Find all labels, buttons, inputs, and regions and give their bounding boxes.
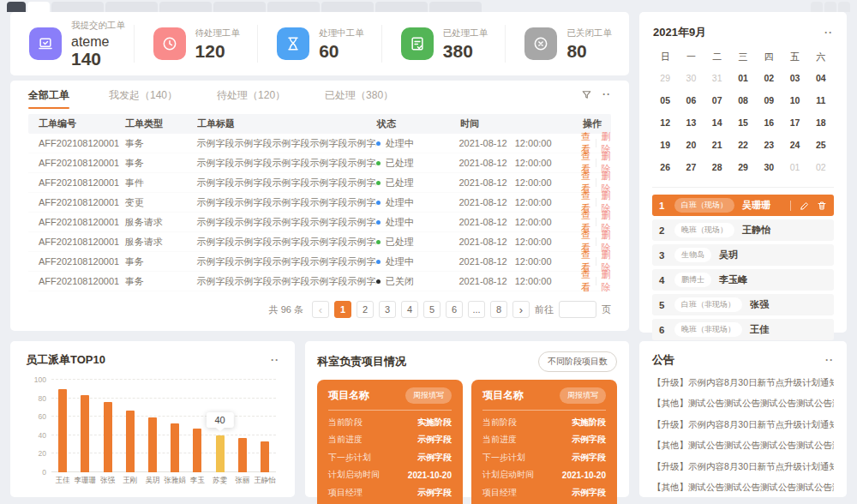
calendar-day[interactable]: 21 今天: [704, 134, 730, 156]
calendar-day[interactable]: 07 今天: [704, 89, 730, 111]
calendar-day[interactable]: 27 今天: [678, 156, 704, 178]
workorder-tab[interactable]: 我发起（140）: [109, 81, 177, 111]
top-tab[interactable]: [159, 2, 212, 12]
chevron-right-icon[interactable]: [512, 301, 530, 318]
page-button[interactable]: 5: [423, 301, 440, 318]
table-row[interactable]: AFF202108120001 事务 示例字段示例字段示例字段示例字段示例字段 …: [28, 272, 611, 291]
chart-bar[interactable]: [58, 389, 67, 472]
top-tab[interactable]: [321, 2, 374, 12]
table-row[interactable]: AFF202108120001 服务请求 示例字段示例字段示例字段示例字段示例字…: [28, 213, 611, 232]
weekly-report-button[interactable]: 周报填写: [560, 387, 606, 404]
schedule-item[interactable]: 3 生物岛 吴玥: [652, 244, 834, 266]
calendar-day[interactable]: 19 今天: [652, 134, 678, 156]
chart-bar[interactable]: [171, 423, 179, 472]
calendar-day[interactable]: 03 今天: [782, 67, 807, 89]
page-button[interactable]: 2: [357, 301, 374, 318]
notice-item[interactable]: 【其他】测试公告测试公告测试公告测试公告测试公告: [652, 440, 834, 452]
notice-item[interactable]: 【其他】测试公告测试公告测试公告测试公告测试公告: [652, 398, 834, 410]
chart-bar[interactable]: [238, 438, 247, 472]
calendar-day[interactable]: 23 今天: [756, 134, 782, 156]
page-button[interactable]: 6: [446, 301, 463, 318]
more-icon[interactable]: [602, 88, 611, 100]
table-row[interactable]: AFF202108120001 事务 示例字段示例字段示例字段示例字段示例字段 …: [28, 134, 611, 153]
calendar-day[interactable]: 04 今天: [808, 67, 834, 89]
notice-item[interactable]: 【升级】示例内容8月30日新节点升级计划通知: [652, 377, 834, 389]
top-tab[interactable]: [267, 2, 320, 12]
calendar-day[interactable]: 08 今天: [730, 89, 756, 111]
top-tab[interactable]: [213, 2, 266, 12]
calendar-day[interactable]: 10 今天: [782, 89, 807, 111]
weekly-report-button[interactable]: 周报填写: [405, 387, 452, 404]
top-tab[interactable]: [51, 2, 104, 12]
project-card[interactable]: 项目名称 周报填写 当前阶段 实施阶段 当前进度 示例字段 下一步计划 示例字段: [317, 380, 463, 504]
table-row[interactable]: AFF202108120001 服务请求 示例字段示例字段示例字段示例字段示例字…: [28, 232, 611, 252]
calendar-day[interactable]: 17 今天: [782, 111, 807, 134]
top-tab[interactable]: [105, 2, 158, 12]
top-tab[interactable]: [375, 2, 428, 12]
workorder-tab[interactable]: 待处理（120）: [217, 81, 285, 111]
page-button[interactable]: 1: [334, 301, 351, 318]
calendar-day[interactable]: 24 今天: [782, 134, 807, 156]
chart-bar[interactable]: [261, 441, 269, 472]
calendar-day[interactable]: 14 今天: [704, 111, 730, 134]
chart-bar[interactable]: [126, 411, 135, 472]
chart-bar[interactable]: [193, 429, 201, 472]
table-row[interactable]: AFF202108120001 变更 示例字段示例字段示例字段示例字段示例字段 …: [28, 193, 611, 213]
top-tab[interactable]: [7, 2, 26, 12]
schedule-item[interactable]: 1 白班（现场） 吴珊珊: [652, 195, 834, 216]
calendar-day[interactable]: 30 今天: [756, 156, 782, 178]
schedule-item[interactable]: 5 白班（非现场） 张强: [652, 294, 834, 315]
goto-page-input[interactable]: [559, 301, 596, 318]
more-icon[interactable]: [271, 354, 279, 366]
chart-bar[interactable]: [104, 402, 112, 472]
notice-item[interactable]: 【升级】示例内容8月30日新节点升级计划通知: [652, 419, 834, 431]
calendar-day[interactable]: 05 今天: [652, 89, 678, 111]
pencil-icon[interactable]: [800, 201, 810, 211]
calendar-day[interactable]: 02 今天: [756, 67, 782, 89]
workorder-tab[interactable]: 全部工单: [28, 81, 69, 111]
chart-bar[interactable]: [148, 417, 157, 472]
top-tab-control[interactable]: [838, 2, 850, 12]
top-tab-control[interactable]: [824, 2, 836, 12]
delete-link[interactable]: 删除: [602, 268, 611, 294]
page-button[interactable]: 3: [379, 301, 396, 318]
calendar-day[interactable]: 11 今天: [808, 89, 834, 111]
notice-item[interactable]: 【升级】示例内容8月30日新节点升级计划通知: [652, 461, 834, 473]
calendar-day[interactable]: 01 今天: [782, 156, 807, 178]
calendar-day[interactable]: 30 今天: [678, 67, 704, 89]
chart-bar[interactable]: [81, 395, 89, 472]
chart-bar[interactable]: [216, 435, 225, 472]
notice-item[interactable]: 【其他】测试公告测试公告测试公告测试公告测试公告: [652, 482, 834, 494]
schedule-item[interactable]: 6 晚班（非现场） 王佳: [652, 319, 834, 340]
calendar-day[interactable]: 02 今天: [808, 156, 834, 178]
calendar-day[interactable]: 28 今天: [704, 156, 730, 178]
more-icon[interactable]: [824, 27, 833, 39]
project-card[interactable]: 项目名称 周报填写 当前阶段 实施阶段 当前进度 示例字段 下一步计划 示例字段: [471, 380, 617, 504]
top-tab[interactable]: [429, 2, 482, 12]
calendar-day[interactable]: 09 今天: [756, 89, 782, 111]
schedule-item[interactable]: 4 鹏博士 李玉峰: [652, 269, 834, 291]
page-button[interactable]: ...: [468, 301, 485, 318]
calendar-day[interactable]: 26 今天: [652, 156, 678, 178]
workorder-tab[interactable]: 已处理（380）: [325, 81, 393, 111]
stage-count-button[interactable]: 不同阶段项目数: [538, 351, 617, 372]
chevron-left-icon[interactable]: [312, 301, 329, 318]
top-tab-control[interactable]: [811, 2, 823, 12]
calendar-day[interactable]: 18 今天: [808, 111, 834, 134]
calendar-day[interactable]: 16 今天: [756, 111, 782, 134]
table-row[interactable]: AFF202108120001 事件 示例字段示例字段示例字段示例字段示例字段 …: [28, 173, 611, 193]
calendar-day[interactable]: 01 今天: [730, 67, 756, 89]
calendar-day[interactable]: 29 今天: [730, 156, 756, 178]
calendar-day[interactable]: 25 今天: [808, 134, 834, 156]
calendar-day[interactable]: 22 今天: [730, 134, 756, 156]
view-link[interactable]: 查看: [581, 268, 590, 294]
table-row[interactable]: AFF202108120001 事务 示例字段示例字段示例字段示例字段示例字段 …: [28, 153, 611, 173]
calendar-day[interactable]: 15 今天: [730, 111, 756, 134]
trash-icon[interactable]: [817, 201, 827, 211]
calendar-day[interactable]: 31 今天: [704, 67, 730, 89]
calendar-day[interactable]: 29 今天: [652, 67, 678, 89]
calendar-day[interactable]: 13 今天: [678, 111, 704, 134]
calendar-day[interactable]: 12 今天: [652, 111, 678, 134]
more-icon[interactable]: [825, 354, 834, 366]
calendar-day[interactable]: 20 今天: [678, 134, 704, 156]
